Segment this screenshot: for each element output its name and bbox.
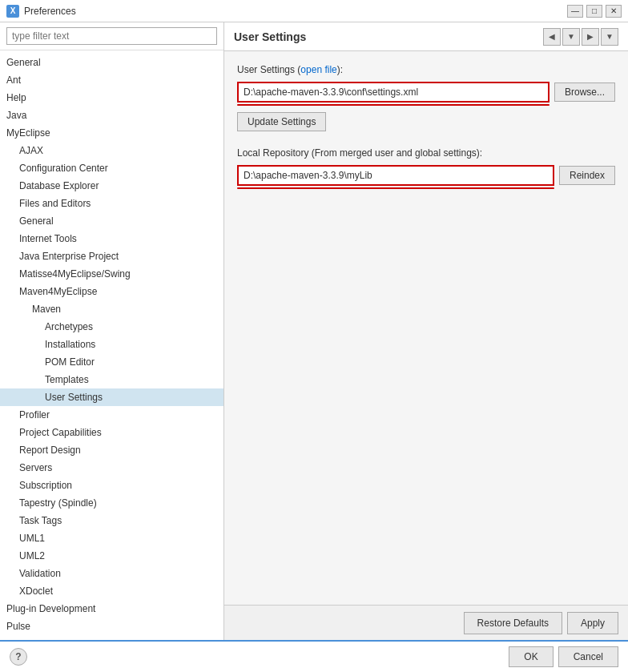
search-input[interactable]: [6, 27, 217, 45]
tree-item[interactable]: Installations: [0, 336, 223, 353]
window-title: Preferences: [24, 6, 76, 17]
ok-button[interactable]: OK: [509, 646, 553, 667]
title-bar: X Preferences — □ ✕: [0, 0, 628, 22]
tree-item[interactable]: Internet Tools: [0, 230, 223, 247]
tree-item[interactable]: POM Editor: [0, 353, 223, 371]
tree-item[interactable]: General: [0, 54, 223, 71]
tree-item[interactable]: Ant: [0, 71, 223, 89]
tree-item[interactable]: Matisse4MyEclipse/Swing: [0, 265, 223, 283]
tree-item[interactable]: Task Tags: [0, 512, 223, 529]
dialog-bottom: ? OK Cancel: [0, 640, 628, 672]
back-dropdown-button[interactable]: ▼: [562, 28, 580, 46]
back-button[interactable]: ◀: [543, 28, 561, 46]
tree-item[interactable]: Report Design: [0, 441, 223, 459]
local-repo-section: Local Repository (From merged user and g…: [237, 147, 615, 186]
tree-item[interactable]: Project Capabilities: [0, 424, 223, 441]
tree-item[interactable]: Java Enterprise Project: [0, 247, 223, 265]
restore-defaults-button[interactable]: Restore Defaults: [464, 612, 562, 634]
update-settings-button[interactable]: Update Settings: [237, 112, 326, 131]
tree-area: GeneralAntHelpJavaMyEclipseAJAXConfigura…: [0, 50, 223, 640]
tree-item[interactable]: Servers: [0, 459, 223, 477]
tree-item[interactable]: MyEclipse: [0, 124, 223, 142]
open-file-link[interactable]: open file: [300, 64, 336, 75]
tree-item[interactable]: User Settings: [0, 388, 223, 406]
tree-item[interactable]: Configuration Center: [0, 159, 223, 177]
tree-item[interactable]: Archetypes: [0, 318, 223, 336]
tree-item[interactable]: Templates: [0, 371, 223, 388]
tree-item[interactable]: Files and Editors: [0, 195, 223, 212]
apply-button[interactable]: Apply: [567, 612, 618, 634]
tree-item[interactable]: Java: [0, 107, 223, 124]
local-repo-input-row: Reindex: [237, 165, 615, 186]
tree-item[interactable]: Profiler: [0, 406, 223, 424]
main-content: GeneralAntHelpJavaMyEclipseAJAXConfigura…: [0, 22, 628, 640]
cancel-button[interactable]: Cancel: [558, 646, 618, 667]
user-settings-section: User Settings (open file): Browse... Upd…: [237, 64, 615, 147]
right-header: User Settings ◀ ▼ ▶ ▼: [224, 22, 628, 51]
tree-item[interactable]: Validation: [0, 565, 223, 582]
tree-item[interactable]: Maven: [0, 300, 223, 318]
tree-item[interactable]: Pulse: [0, 618, 223, 635]
tree-item[interactable]: UML1: [0, 529, 223, 547]
title-bar-left: X Preferences: [6, 5, 76, 18]
tree-item[interactable]: Maven4MyEclipse: [0, 283, 223, 300]
close-button[interactable]: ✕: [606, 5, 622, 18]
tree-item[interactable]: Database Explorer: [0, 177, 223, 195]
local-repo-input[interactable]: [237, 165, 554, 186]
right-content: User Settings (open file): Browse... Upd…: [224, 51, 628, 605]
left-panel: GeneralAntHelpJavaMyEclipseAJAXConfigura…: [0, 22, 224, 640]
maximize-button[interactable]: □: [586, 5, 602, 18]
right-panel: User Settings ◀ ▼ ▶ ▼ User Settings (ope…: [224, 22, 628, 640]
local-repo-label: Local Repository (From merged user and g…: [237, 147, 615, 159]
tree-item[interactable]: XDoclet: [0, 582, 223, 600]
user-settings-label: User Settings (open file):: [237, 64, 615, 75]
browse-button[interactable]: Browse...: [554, 82, 615, 102]
bottom-bar: Restore Defaults Apply: [224, 605, 628, 640]
tree-item[interactable]: Subscription: [0, 477, 223, 494]
reindex-button[interactable]: Reindex: [559, 166, 615, 185]
tree-item[interactable]: Tapestry (Spindle): [0, 494, 223, 512]
user-settings-input[interactable]: [237, 82, 550, 103]
search-box: [0, 22, 223, 50]
dialog-action-buttons: OK Cancel: [509, 646, 618, 667]
tree-item[interactable]: General: [0, 212, 223, 230]
tree-item[interactable]: UML2: [0, 547, 223, 565]
app-icon: X: [6, 5, 19, 18]
user-settings-input-row: Browse...: [237, 82, 615, 103]
help-button[interactable]: ?: [10, 648, 27, 666]
tree-item[interactable]: Plug-in Development: [0, 600, 223, 618]
forward-button[interactable]: ▶: [582, 28, 599, 46]
tree-item[interactable]: Help: [0, 89, 223, 107]
panel-title: User Settings: [234, 30, 306, 43]
forward-dropdown-button[interactable]: ▼: [601, 28, 618, 46]
minimize-button[interactable]: —: [567, 5, 583, 18]
tree-item[interactable]: AJAX: [0, 142, 223, 159]
window-controls: — □ ✕: [567, 5, 622, 18]
header-nav: ◀ ▼ ▶ ▼: [543, 28, 618, 46]
